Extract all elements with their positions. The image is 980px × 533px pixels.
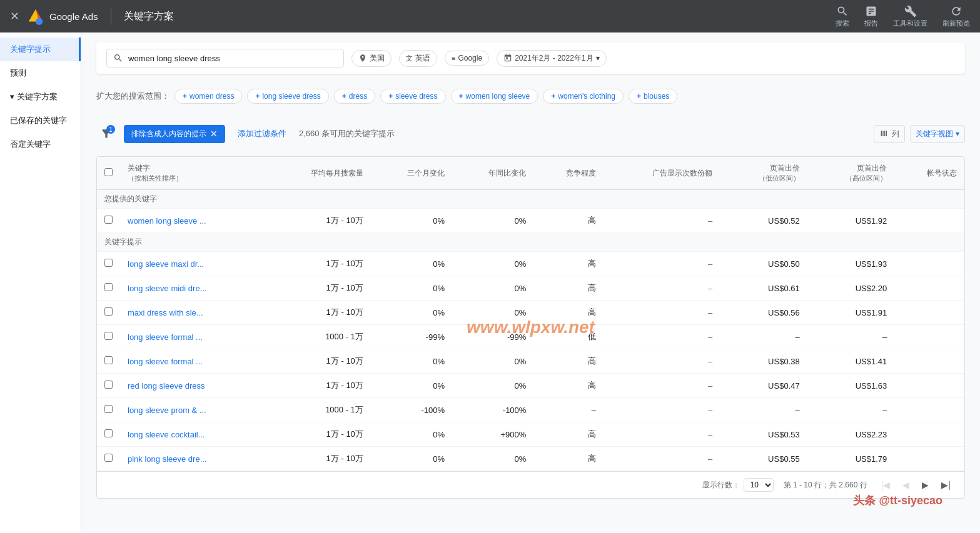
expand-chip-6[interactable]: +blouses xyxy=(629,89,677,104)
sidebar-item-forecast[interactable]: 预测 xyxy=(0,61,81,85)
row-account-status xyxy=(894,209,964,233)
row-checkbox[interactable] xyxy=(104,332,113,340)
expand-chip-1[interactable]: +long sleeve dress xyxy=(247,89,328,104)
expand-chip-3[interactable]: +sleeve dress xyxy=(380,89,445,104)
row-yoy-change: -99% xyxy=(452,325,533,349)
location-filter[interactable]: 美国 xyxy=(351,50,391,67)
sidebar-item-keyword-suggestions[interactable]: 关键字提示 xyxy=(0,37,81,61)
sidebar-item-negative-keywords[interactable]: 否定关键字 xyxy=(0,132,81,156)
columns-icon xyxy=(879,129,889,139)
header-monthly[interactable]: 平均每月搜索量 xyxy=(266,157,370,190)
row-impression-share: – xyxy=(604,398,720,422)
svg-point-2 xyxy=(36,18,43,25)
expand-chip-4[interactable]: +women long sleeve xyxy=(451,89,538,104)
table-wrapper: www.wlpxw.net 关键字（按相关性排序） 平均每月搜索量 三个月变化 xyxy=(96,156,965,499)
add-filter-button[interactable]: 添加过滤条件 xyxy=(233,126,291,142)
row-quarter-change: -99% xyxy=(371,325,452,349)
row-yoy-change: 0% xyxy=(452,374,533,398)
row-checkbox[interactable] xyxy=(104,307,113,316)
row-keyword[interactable]: women long sleeve ... xyxy=(120,209,266,233)
row-checkbox[interactable] xyxy=(104,283,113,291)
expand-chip-2[interactable]: +dress xyxy=(334,89,375,104)
row-monthly: 1万 - 10万 xyxy=(266,209,370,233)
row-top-bid-low: US$0.52 xyxy=(720,209,807,233)
sidebar-item-saved-keywords[interactable]: 已保存的关键字 xyxy=(0,109,81,132)
table-footer: 显示行数： 10 25 50 第 1 - 10 行；共 2,660 行 |◀ ◀… xyxy=(97,471,964,498)
header-account-status[interactable]: 帐号状态 xyxy=(894,157,964,190)
row-yoy-change: 0% xyxy=(452,209,533,233)
keyword-view-button[interactable]: 关键字视图 ▾ xyxy=(910,125,965,143)
row-impression-share: – xyxy=(604,252,720,276)
row-keyword[interactable]: maxi dress with sle... xyxy=(120,301,266,325)
header-top-bid-high[interactable]: 页首出价（高位区间） xyxy=(807,157,895,190)
expand-chip-5[interactable]: +women's clothing xyxy=(543,89,624,104)
row-monthly: 1000 - 1万 xyxy=(266,398,370,422)
header-quarter-change[interactable]: 三个月变化 xyxy=(371,157,452,190)
search-input[interactable] xyxy=(128,54,337,63)
search-input-wrap[interactable] xyxy=(106,49,344,67)
columns-button[interactable]: 列 xyxy=(874,125,905,143)
toolbar-right: 列 关键字视图 ▾ xyxy=(874,125,965,143)
rows-per-page-select[interactable]: 10 25 50 xyxy=(744,478,774,492)
row-checkbox[interactable] xyxy=(104,356,113,364)
row-checkbox-cell xyxy=(97,374,120,398)
row-competition: 高 xyxy=(533,422,604,447)
sidebar-item-keyword-plan[interactable]: ▾ 关键字方案 xyxy=(0,85,81,109)
header-impression-share[interactable]: 广告显示次数份额 xyxy=(604,157,720,190)
language-filter[interactable]: 文 英语 xyxy=(399,50,437,67)
filter-button[interactable]: 1 xyxy=(96,124,116,144)
expand-chip-0[interactable]: +women dress xyxy=(174,89,242,104)
close-button[interactable]: ✕ xyxy=(10,9,19,23)
row-monthly: 1000 - 1万 xyxy=(266,325,370,349)
row-keyword[interactable]: long sleeve cocktail... xyxy=(120,422,266,447)
row-checkbox[interactable] xyxy=(104,259,113,267)
row-checkbox[interactable] xyxy=(104,454,113,462)
exclude-label: 排除含成人内容的提示 xyxy=(131,129,206,139)
network-filter[interactable]: ≡ Google xyxy=(445,51,489,66)
row-checkbox[interactable] xyxy=(104,216,113,224)
row-monthly: 1万 - 10万 xyxy=(266,276,370,301)
row-keyword[interactable]: long sleeve formal ... xyxy=(120,325,266,349)
row-checkbox[interactable] xyxy=(104,405,113,413)
row-keyword[interactable]: long sleeve midi dre... xyxy=(120,276,266,301)
row-keyword[interactable]: red long sleeve dress xyxy=(120,374,266,398)
tools-action[interactable]: 工具和设置 xyxy=(893,5,927,28)
header-keyword[interactable]: 关键字（按相关性排序） xyxy=(120,157,266,190)
row-top-bid-high: US$2.23 xyxy=(807,422,895,447)
row-keyword[interactable]: long sleeve formal ... xyxy=(120,349,266,374)
row-keyword[interactable]: pink long sleeve dre... xyxy=(120,447,266,471)
next-page-button[interactable]: ▶ xyxy=(918,479,932,491)
row-quarter-change: 0% xyxy=(371,422,452,447)
refresh-action[interactable]: 刷新预览 xyxy=(942,5,970,28)
row-competition: 高 xyxy=(533,252,604,276)
first-page-button[interactable]: |◀ xyxy=(877,479,894,491)
refresh-icon xyxy=(950,5,962,17)
row-competition: 高 xyxy=(533,301,604,325)
report-action[interactable]: 报告 xyxy=(864,5,878,28)
header-top-bid-low[interactable]: 页首出价（低位区间） xyxy=(720,157,807,190)
row-quarter-change: 0% xyxy=(371,447,452,471)
row-impression-share: – xyxy=(604,349,720,374)
search-action[interactable]: 搜索 xyxy=(836,5,849,28)
row-competition: 高 xyxy=(533,209,604,233)
row-checkbox[interactable] xyxy=(104,381,113,389)
row-checkbox-cell xyxy=(97,422,120,447)
row-keyword[interactable]: long sleeve maxi dr... xyxy=(120,252,266,276)
exclude-button[interactable]: 排除含成人内容的提示 ✕ xyxy=(124,125,225,143)
sidebar-item-label: 关键字提示 xyxy=(10,44,51,54)
expand-search-area: 扩大您的搜索范围： +women dress +long sleeve dres… xyxy=(96,84,965,109)
header-yoy-change[interactable]: 年同比变化 xyxy=(452,157,533,190)
date-filter[interactable]: 2021年2月 - 2022年1月 ▾ xyxy=(497,50,606,67)
row-keyword[interactable]: long sleeve prom & ... xyxy=(120,398,266,422)
prev-page-button[interactable]: ◀ xyxy=(899,479,913,491)
row-checkbox-cell xyxy=(97,349,120,374)
search-action-label: 搜索 xyxy=(836,19,849,28)
main-content: 美国 文 英语 ≡ Google 2021年2月 - 2022年1月 ▾ 扩大您… xyxy=(81,32,980,533)
header-competition[interactable]: 竞争程度 xyxy=(533,157,604,190)
row-impression-share: – xyxy=(604,325,720,349)
calendar-icon xyxy=(503,54,512,62)
row-checkbox[interactable] xyxy=(104,429,113,437)
last-page-button[interactable]: ▶| xyxy=(937,479,954,491)
date-label: 2021年2月 - 2022年1月 xyxy=(515,53,593,64)
select-all-checkbox[interactable] xyxy=(104,168,113,176)
